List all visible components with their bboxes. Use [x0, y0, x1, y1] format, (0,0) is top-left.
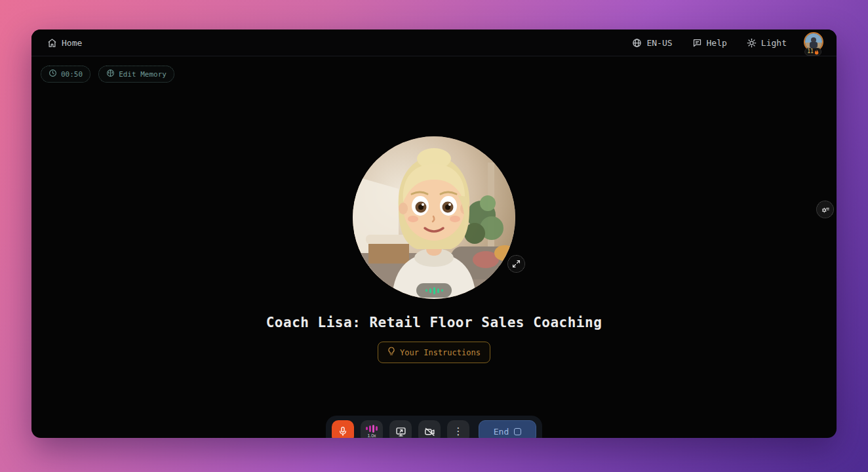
home-button[interactable]: Home	[47, 38, 82, 48]
stage: Coach Lisa: Retail Floor Sales Coaching …	[31, 136, 837, 363]
camera-toggle-button[interactable]	[418, 420, 441, 438]
language-selector[interactable]: EN-US	[632, 38, 672, 48]
screen-share-button[interactable]	[389, 420, 412, 438]
voice-speed-button[interactable]: 1.0x	[361, 420, 383, 438]
your-instructions-label: Your Instructions	[400, 348, 481, 357]
coach-avatar-image[interactable]	[353, 136, 515, 299]
globe-icon	[632, 38, 642, 48]
more-options-icon: ⋮	[454, 425, 464, 437]
language-label: EN-US	[646, 38, 672, 48]
theme-toggle[interactable]: Light	[747, 38, 787, 48]
microphone-icon	[338, 426, 348, 437]
home-icon	[47, 38, 57, 48]
stop-icon	[514, 428, 521, 435]
edit-memory-label: Edit Memory	[119, 70, 167, 79]
your-instructions-button[interactable]: Your Instructions	[378, 342, 490, 363]
theme-label: Light	[761, 38, 787, 48]
voice-visualizer-icon	[366, 425, 378, 433]
help-chat-icon	[692, 38, 702, 48]
expand-button[interactable]	[507, 255, 525, 273]
expand-arrows-icon	[512, 260, 521, 268]
help-button[interactable]: Help	[692, 38, 727, 48]
streak-count: 11	[807, 49, 814, 55]
camera-off-icon	[424, 426, 435, 437]
timer-value: 00:50	[61, 70, 83, 79]
session-title: Coach Lisa: Retail Floor Sales Coaching	[266, 315, 602, 330]
home-label: Home	[62, 38, 82, 48]
side-settings-button[interactable]	[816, 201, 834, 218]
memory-icon	[106, 69, 115, 79]
settings-gear-icon	[821, 205, 830, 214]
call-control-bar: 1.0x ⋮ End	[326, 416, 542, 438]
flame-icon	[814, 49, 819, 55]
user-avatar[interactable]: 11	[804, 32, 825, 53]
clock-icon	[49, 69, 57, 79]
streak-badge: 11	[804, 48, 821, 56]
speed-value: 1.0x	[367, 433, 376, 439]
top-bar: Home EN-US Help Light	[31, 30, 837, 56]
status-row: 00:50 Edit Memory	[41, 66, 174, 83]
screen-share-icon	[395, 426, 406, 437]
sun-icon	[747, 38, 757, 48]
voice-activity-indicator	[416, 283, 452, 298]
end-call-button[interactable]: End	[479, 420, 536, 438]
session-timer: 00:50	[41, 66, 90, 83]
edit-memory-button[interactable]: Edit Memory	[98, 66, 174, 83]
app-window: Home EN-US Help Light	[31, 30, 837, 438]
end-label: End	[494, 427, 509, 437]
microphone-button[interactable]	[332, 420, 354, 438]
more-options-button[interactable]: ⋮	[447, 420, 469, 438]
help-label: Help	[707, 38, 727, 48]
lightbulb-icon	[387, 347, 395, 358]
